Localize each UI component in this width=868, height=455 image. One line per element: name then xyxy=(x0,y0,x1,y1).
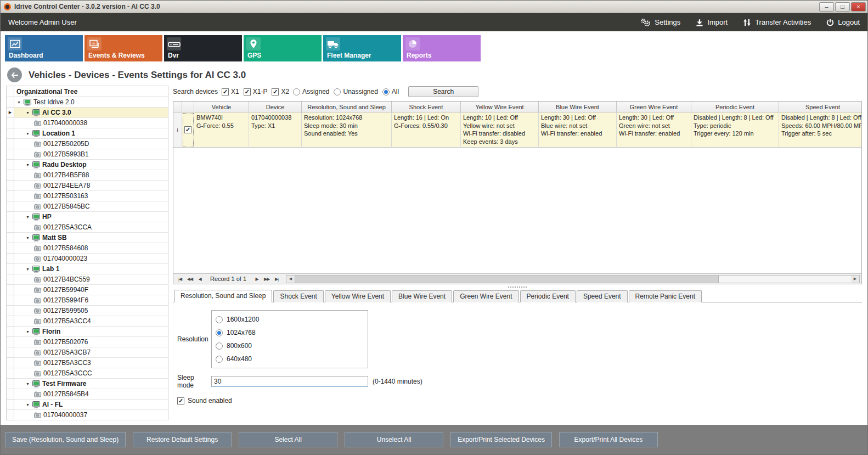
scrollbar-track[interactable] xyxy=(719,276,851,283)
filter-radio-assigned[interactable]: Assigned xyxy=(293,88,329,96)
column-header-vehicle[interactable]: Vehicle xyxy=(194,102,249,113)
tree-item-00127b502076[interactable]: 00127B502076 xyxy=(6,337,168,347)
button-restore-default-settings[interactable]: Restore Default Settings xyxy=(133,432,232,447)
filter-radio-all[interactable]: All xyxy=(382,88,399,96)
resolution-option-1024x768[interactable]: 1024x768 xyxy=(212,326,368,339)
tree-item-test-idrive-2-0[interactable]: ▾Test Idrive 2.0 xyxy=(6,97,168,108)
resolution-option-1600x1200[interactable]: 1600x1200 xyxy=(212,313,368,326)
button-export-print-all-devices[interactable]: Export/Print All Devices xyxy=(559,432,658,447)
tile-fleet-manager[interactable]: Fleet Manager xyxy=(323,35,401,61)
tree-item-00127b5845bc[interactable]: 00127B5845BC xyxy=(6,201,168,212)
tree-item-lab-1[interactable]: ▾Lab 1 xyxy=(6,264,168,274)
expand-collapse-icon[interactable]: ▾ xyxy=(25,131,30,136)
tree-item-00127b4bc559[interactable]: 00127B4BC559 xyxy=(6,274,168,285)
filter-radio-unassigned[interactable]: Unassigned xyxy=(334,88,377,96)
back-button[interactable] xyxy=(7,68,22,82)
record-last-button[interactable]: ▶| xyxy=(272,275,281,283)
tile-dashboard[interactable]: Dashboard xyxy=(5,35,83,61)
expand-collapse-icon[interactable]: ▾ xyxy=(16,100,21,105)
tree-item-00127b5a3cca[interactable]: 00127B5A3CCA xyxy=(6,222,168,233)
expand-collapse-icon[interactable]: ▾ xyxy=(25,215,30,220)
tree-item-00127b5845b4[interactable]: 00127B5845B4 xyxy=(6,389,168,400)
column-header-green-wire-event[interactable]: Green Wire Event xyxy=(617,102,691,113)
tab-shock-event[interactable]: Shock Event xyxy=(273,290,323,302)
tree-item-00127b5993b1[interactable]: 00127B5993B1 xyxy=(6,149,168,160)
tree-item-00127b503163[interactable]: 00127B503163 xyxy=(6,191,168,201)
tab-yellow-wire-event[interactable]: Yellow Wire Event xyxy=(325,290,391,302)
tree-item-00127b5a3ccc[interactable]: 00127B5A3CCC xyxy=(6,368,168,379)
expand-collapse-icon[interactable]: ▾ xyxy=(25,381,30,386)
filter-checkbox-x1[interactable]: ✓X1 xyxy=(222,88,239,96)
import-button[interactable]: Import xyxy=(696,18,728,26)
tree-item-radu-desktop[interactable]: ▾Radu Desktop xyxy=(6,160,168,170)
tile-events-reviews[interactable]: Events & Reviews xyxy=(84,35,162,61)
record-first-button[interactable]: |◀ xyxy=(175,275,185,283)
row-select-checkbox[interactable]: ✓ xyxy=(184,126,191,133)
expand-collapse-icon[interactable]: ▾ xyxy=(25,329,30,334)
tree-item-location-1[interactable]: ▾Location 1 xyxy=(6,128,168,139)
logout-button[interactable]: Logout xyxy=(826,18,860,26)
column-header-shock-event[interactable]: Shock Event xyxy=(392,102,461,113)
tree-item-00127b59940f[interactable]: 00127B59940F xyxy=(6,285,168,295)
button-select-all[interactable]: Select All xyxy=(239,432,337,447)
tree-item-017040000023[interactable]: 017040000023 xyxy=(6,254,168,264)
tab-speed-event[interactable]: Speed Event xyxy=(577,290,628,302)
record-next-button[interactable]: ▶ xyxy=(252,275,262,283)
scrollbar-thumb[interactable] xyxy=(295,276,719,283)
tab-blue-wire-event[interactable]: Blue Wire Event xyxy=(392,290,452,302)
splitter-handle[interactable] xyxy=(173,284,862,290)
column-header-yellow-wire-event[interactable]: Yellow Wire Event xyxy=(461,102,539,113)
column-header-device[interactable]: Device xyxy=(249,102,302,113)
tile-dvr[interactable]: Dvr xyxy=(164,35,242,61)
tab-resolution-sound-and-sleep[interactable]: Resolution, Sound and Sleep xyxy=(174,290,272,302)
tile-reports[interactable]: Reports xyxy=(403,35,481,61)
scroll-left-icon[interactable]: ◀ xyxy=(286,276,295,283)
expand-collapse-icon[interactable]: ▾ xyxy=(25,402,30,407)
tree-item-00127b584608[interactable]: 00127B584608 xyxy=(6,243,168,254)
settings-button[interactable]: Settings xyxy=(640,18,680,27)
tree-item-hp[interactable]: ▾HP xyxy=(6,212,168,222)
scroll-right-icon[interactable]: ▶ xyxy=(851,276,859,283)
table-row[interactable]: I✓BMW740iG-Force: 0.55017040000038Type: … xyxy=(173,113,861,148)
minimize-button[interactable]: – xyxy=(819,2,834,12)
expand-collapse-icon[interactable]: ▾ xyxy=(25,235,30,240)
column-header-blue-wire-event[interactable]: Blue Wire Event xyxy=(539,102,617,113)
record-next-page-button[interactable]: ▶▶ xyxy=(262,275,272,283)
sound-enabled-checkbox[interactable]: ✓ Sound enabled xyxy=(177,397,862,405)
tree-item-00127b5994f6[interactable]: 00127B5994F6 xyxy=(6,295,168,306)
resolution-option-640x480[interactable]: 640x480 xyxy=(212,352,368,366)
tree-item-00127b50205d[interactable]: 00127B50205D xyxy=(6,139,168,149)
filter-checkbox-x1-p[interactable]: ✓X1-P xyxy=(244,88,268,96)
button-unselect-all[interactable]: Unselect All xyxy=(345,432,443,447)
sleep-mode-input[interactable] xyxy=(211,376,368,387)
button-export-print-selected-devices[interactable]: Export/Print Selected Devices xyxy=(450,432,552,447)
tab-green-wire-event[interactable]: Green Wire Event xyxy=(453,290,518,302)
tree-item-test-firmware[interactable]: ▾Test Firmware xyxy=(6,379,168,389)
column-header-periodic-event[interactable]: Periodic Event xyxy=(691,102,779,113)
tab-remote-panic-event[interactable]: Remote Panic Event xyxy=(629,290,702,302)
column-header-speed-event[interactable]: Speed Event xyxy=(779,102,862,113)
tree-item-00127b4b5f88[interactable]: 00127B4B5F88 xyxy=(6,170,168,181)
tree-item-al-cc-3-0[interactable]: ▶▾Al CC 3.0 xyxy=(6,108,168,118)
tab-periodic-event[interactable]: Periodic Event xyxy=(520,290,576,302)
filter-checkbox-x2[interactable]: ✓X2 xyxy=(272,88,289,96)
column-header-resolution-sound-and-sleep[interactable]: Resolution, Sound and Sleep xyxy=(302,102,392,113)
expand-collapse-icon[interactable]: ▾ xyxy=(25,162,30,167)
button-save-resolution-sound-and-sleep[interactable]: Save (Resolution, Sound and Sleep) xyxy=(5,432,126,447)
tree-item-00127b5a3cb7[interactable]: 00127B5A3CB7 xyxy=(6,347,168,358)
expand-collapse-icon[interactable]: ▾ xyxy=(25,110,30,115)
tree-item-00127b4eea78[interactable]: 00127B4EEA78 xyxy=(6,181,168,191)
tree-item-00127b5a3cc4[interactable]: 00127B5A3CC4 xyxy=(6,316,168,327)
expand-collapse-icon[interactable]: ▾ xyxy=(25,267,30,272)
transfer-activities-button[interactable]: Transfer Activities xyxy=(743,18,811,26)
tree-item-florin[interactable]: ▾Florin xyxy=(6,327,168,337)
maximize-button[interactable]: □ xyxy=(835,2,850,12)
record-prev-page-button[interactable]: ◀◀ xyxy=(185,275,195,283)
row-checkbox-cell[interactable]: ✓ xyxy=(182,113,194,148)
tree-item-00127b5a3cc3[interactable]: 00127B5A3CC3 xyxy=(6,358,168,368)
horizontal-scrollbar[interactable]: ◀ ▶ xyxy=(286,275,860,283)
search-button[interactable]: Search xyxy=(408,86,478,97)
tree-item-matt-sb[interactable]: ▾Matt SB xyxy=(6,233,168,243)
tree-item-017040000037[interactable]: 017040000037 xyxy=(6,410,168,420)
tree-item-al-fl[interactable]: ▾Al - FL xyxy=(6,400,168,410)
